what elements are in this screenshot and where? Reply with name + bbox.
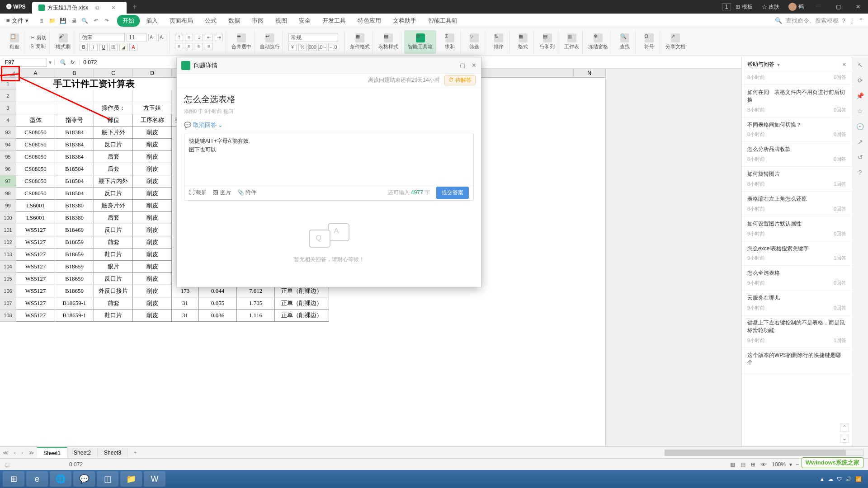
horizontal-scrollbar[interactable] bbox=[665, 450, 863, 456]
submit-answer-button[interactable]: 提交答案 bbox=[436, 187, 469, 199]
cell[interactable]: 31 bbox=[172, 297, 199, 310]
cell[interactable]: B18380 bbox=[55, 212, 94, 224]
row-header[interactable]: 101 bbox=[0, 224, 16, 236]
cell[interactable]: 指令号 bbox=[55, 114, 94, 127]
redo-icon[interactable]: ↷ bbox=[103, 17, 111, 25]
cell[interactable]: B18504 bbox=[55, 175, 94, 188]
cell[interactable]: 削皮 bbox=[133, 249, 172, 261]
col-B[interactable]: B bbox=[55, 69, 94, 77]
save-icon[interactable]: 💾 bbox=[59, 17, 67, 25]
find-button[interactable]: 🔍查找 bbox=[614, 30, 636, 54]
cell[interactable]: 削皮 bbox=[133, 200, 172, 212]
worksheet-button[interactable]: ▥工作表 bbox=[561, 30, 583, 54]
row-header[interactable]: 95 bbox=[0, 151, 16, 163]
help-item[interactable]: 表格缩在左上角怎么还原8小时前0回答 bbox=[742, 192, 852, 216]
cell[interactable]: 腰下片内外 bbox=[94, 175, 133, 188]
faded-item[interactable]: 这个版本的WPS的删除行的快捷键是哪个 bbox=[742, 348, 852, 374]
filter-button[interactable]: ▽筛选 bbox=[463, 30, 485, 54]
font-color-button[interactable]: A bbox=[129, 44, 137, 51]
grow-font-icon[interactable]: A↑ bbox=[148, 34, 156, 41]
view-break-icon[interactable]: ⊞ bbox=[751, 461, 755, 468]
row-header[interactable]: 93 bbox=[0, 127, 16, 139]
align-top-icon[interactable]: ⤒ bbox=[175, 34, 183, 41]
answer-editor[interactable]: 快捷键AIT+字母A 能有效 图下也可以 ⛶ 截屏 🖼 图片 📎 附件 还可输入… bbox=[184, 133, 474, 201]
cell[interactable]: 削皮 bbox=[133, 151, 172, 163]
help-item[interactable]: 云服务在哪儿9小时前0回答 bbox=[742, 291, 852, 315]
row-header[interactable]: 94 bbox=[0, 139, 16, 151]
tray-icon[interactable]: 🛡 bbox=[837, 476, 842, 482]
app-logo[interactable]: 🅦 WPS bbox=[0, 4, 32, 10]
new-icon[interactable]: 🗎 bbox=[38, 17, 46, 25]
cell[interactable]: 前套 bbox=[94, 297, 133, 310]
cell[interactable]: WS5127 bbox=[16, 285, 55, 297]
cell[interactable]: WS5127 bbox=[16, 261, 55, 273]
bold-button[interactable]: B bbox=[80, 44, 88, 51]
dec-inc-icon[interactable]: .0→ bbox=[318, 44, 326, 51]
share-button[interactable]: ↗分享文档 bbox=[663, 30, 688, 54]
tab-security[interactable]: 安全 bbox=[293, 15, 316, 27]
help-item[interactable]: 键盘上下左右键控制的不是表格，而是鼠标滑轮功能9小时前1回答 bbox=[742, 315, 852, 348]
cell[interactable]: 1.705 bbox=[237, 297, 275, 310]
screenshot-button[interactable]: ⛶ 截屏 bbox=[189, 189, 207, 197]
cell[interactable]: LS6001 bbox=[16, 200, 55, 212]
rowcol-button[interactable]: ▤行和列 bbox=[537, 30, 558, 54]
cell[interactable]: B18659 bbox=[55, 285, 94, 297]
export-icon[interactable]: ↗ bbox=[858, 138, 863, 145]
cell[interactable]: 削皮 bbox=[133, 310, 172, 322]
align-bot-icon[interactable]: ⤓ bbox=[195, 34, 203, 41]
scroll-down-icon[interactable]: ⌄ bbox=[840, 434, 849, 443]
cell[interactable]: B18504 bbox=[55, 163, 94, 175]
tab-data[interactable]: 数据 bbox=[223, 15, 245, 27]
col-D[interactable]: D bbox=[133, 69, 172, 77]
cell[interactable]: B18384 bbox=[55, 151, 94, 163]
cell[interactable]: 外反口接片 bbox=[94, 285, 133, 297]
help-item[interactable]: 如何在同一表格文件内不用页进行前后切换8小时前0回答 bbox=[742, 85, 852, 117]
italic-button[interactable]: I bbox=[90, 44, 98, 51]
file-menu[interactable]: ≡ 文件 ▾ bbox=[0, 17, 35, 25]
one-badge[interactable]: 1 bbox=[722, 3, 731, 10]
col-C[interactable]: C bbox=[94, 69, 133, 77]
cell[interactable]: WS5127 bbox=[16, 273, 55, 285]
taskbar-browser-icon[interactable]: 🌐 bbox=[50, 471, 71, 487]
dialog-close-icon[interactable]: ✕ bbox=[472, 62, 476, 69]
file-tab[interactable]: 方玉姐1月份.xlsx ⧉ ✕ bbox=[32, 2, 127, 14]
help-close-icon[interactable]: ✕ bbox=[842, 61, 846, 68]
cell[interactable]: 反口片 bbox=[94, 224, 133, 236]
cell[interactable]: 1.116 bbox=[237, 310, 275, 322]
sheet-tab-2[interactable]: Sheet2 bbox=[67, 448, 98, 458]
help-icon[interactable]: ? bbox=[842, 17, 845, 24]
sort-button[interactable]: ⇅排序 bbox=[488, 30, 509, 54]
fx-icon[interactable]: 🔍 fx bbox=[54, 59, 80, 66]
cell[interactable]: B18659 bbox=[55, 249, 94, 261]
tab-home[interactable]: 开始 bbox=[117, 15, 140, 27]
indent-inc-icon[interactable]: ⇥ bbox=[215, 34, 223, 41]
cell[interactable]: 腰下片外 bbox=[94, 127, 133, 139]
cell[interactable]: 后套 bbox=[94, 212, 133, 224]
answer-textarea[interactable]: 快捷键AIT+字母A 能有效 图下也可以 bbox=[184, 133, 473, 183]
cell[interactable]: B18659 bbox=[55, 261, 94, 273]
cell[interactable]: LS6001 bbox=[16, 212, 55, 224]
align-center-icon[interactable]: ≡ bbox=[185, 43, 193, 50]
print-icon[interactable]: 🖶 bbox=[70, 17, 78, 25]
cell[interactable]: 工序名称 bbox=[133, 114, 172, 127]
cell[interactable]: WS5127 bbox=[16, 297, 55, 310]
row-header[interactable]: 102 bbox=[0, 236, 16, 249]
cell[interactable]: CS08050 bbox=[16, 188, 55, 200]
cell[interactable]: WS5127 bbox=[16, 249, 55, 261]
sum-button[interactable]: Σ求和 bbox=[439, 30, 461, 54]
cell[interactable]: B18659 bbox=[55, 236, 94, 249]
collapse-ribbon-icon[interactable]: ⌃ bbox=[859, 17, 863, 24]
help-item[interactable]: 怎么分析品牌收款8小时前0回答 bbox=[742, 142, 852, 167]
cell[interactable]: 正单（削裸边） bbox=[275, 310, 329, 322]
zoom-out-icon[interactable]: − bbox=[796, 461, 799, 468]
align-right-icon[interactable]: ≡ bbox=[195, 43, 203, 50]
align-left-icon[interactable]: ≡ bbox=[175, 43, 183, 50]
search-icon[interactable]: 🔍 bbox=[775, 17, 782, 24]
col-A[interactable]: A bbox=[16, 69, 55, 77]
help-item[interactable]: 怎么excel表格搜索关键字9小时前1回答 bbox=[742, 241, 852, 266]
taskbar-wps-icon[interactable]: W bbox=[144, 471, 165, 487]
tab-formula[interactable]: 公式 bbox=[199, 15, 222, 27]
cell[interactable]: WS5127 bbox=[16, 310, 55, 322]
name-box[interactable]: F97 bbox=[2, 58, 47, 67]
row-header[interactable]: 4 bbox=[0, 114, 16, 127]
